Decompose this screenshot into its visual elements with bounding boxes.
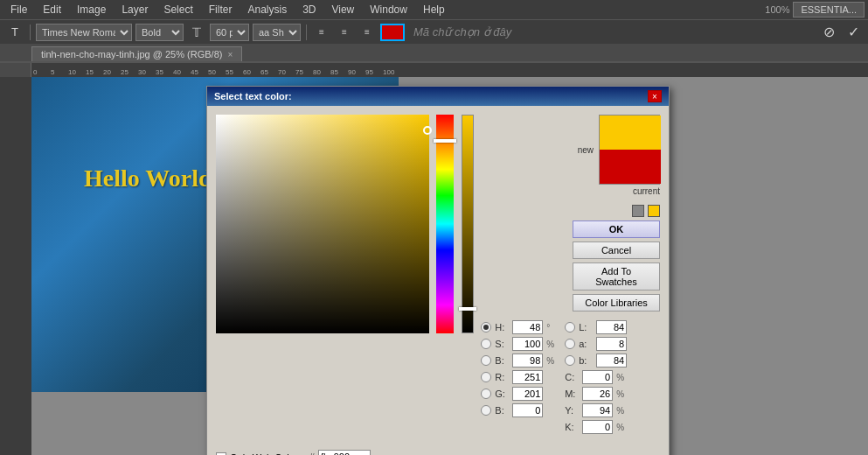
r-input[interactable] <box>512 370 543 384</box>
menu-image[interactable]: Image <box>70 2 113 18</box>
text-color-swatch[interactable] <box>380 24 405 41</box>
svg-text:85: 85 <box>330 68 338 76</box>
font-family-select[interactable]: Times New Roman <box>36 24 132 41</box>
new-color-preview[interactable] <box>600 116 661 150</box>
tabbar: tinh-nen-cho-may-tinh.jpg @ 25% (RGB/8) … <box>0 44 868 63</box>
essential-badge: ESSENTIA... <box>793 2 865 18</box>
current-color-preview[interactable] <box>600 150 661 184</box>
r-radio[interactable] <box>481 372 491 382</box>
b3-input-row: b: <box>565 354 627 368</box>
dialog-close-button[interactable]: × <box>648 90 662 102</box>
menu-help[interactable]: Help <box>416 2 452 18</box>
options-toolbar: T Times New Roman Bold 𝕋 60 pt aa Sharp … <box>0 19 868 44</box>
h-radio[interactable] <box>481 322 491 332</box>
m-label: M: <box>565 388 579 399</box>
font-size-select[interactable]: 60 pt <box>210 24 249 41</box>
b-input[interactable] <box>512 354 543 368</box>
dialog-title: Select text color: <box>214 91 292 102</box>
g-input-row: G: <box>481 387 554 401</box>
menu-select[interactable]: Select <box>156 2 199 18</box>
svg-text:10: 10 <box>68 68 76 76</box>
k-label: K: <box>565 422 579 432</box>
small-swatch-1[interactable] <box>632 205 644 217</box>
r-label: R: <box>495 372 509 382</box>
color-gradient-picker[interactable] <box>216 115 429 333</box>
antialiasing-select[interactable]: aa Sharp <box>253 24 301 41</box>
cancel-text-icon[interactable]: ⊘ <box>819 23 838 42</box>
svg-text:35: 35 <box>156 68 163 76</box>
b2-input[interactable] <box>512 403 543 417</box>
confirm-text-icon[interactable]: ✓ <box>844 23 863 42</box>
s-label: S: <box>495 339 509 349</box>
m-input[interactable] <box>582 387 613 401</box>
color-preview-block <box>599 115 660 185</box>
font-style-select[interactable]: Bold <box>135 24 184 41</box>
h-input[interactable] <box>512 320 543 334</box>
horizontal-ruler: 0 5 10 15 20 25 30 35 40 45 50 55 60 65 … <box>31 63 868 77</box>
menu-analysis[interactable]: Analysis <box>240 2 294 18</box>
color-inputs-area: H: ° S: % <box>481 320 660 434</box>
b-unit: % <box>546 356 554 366</box>
hex-input[interactable] <box>318 450 371 455</box>
y-input-row: Y: % <box>565 403 627 417</box>
menu-file[interactable]: File <box>3 2 34 18</box>
dialog-body: new current <box>207 106 669 443</box>
c-label: C: <box>565 372 579 382</box>
b3-label: b: <box>579 355 593 366</box>
cancel-button[interactable]: Cancel <box>573 242 660 259</box>
svg-text:100: 100 <box>383 68 395 76</box>
m-unit: % <box>616 389 624 399</box>
menu-filter[interactable]: Filter <box>202 2 240 18</box>
y-input[interactable] <box>582 403 613 417</box>
add-to-swatches-button[interactable]: Add To Swatches <box>573 262 660 290</box>
svg-text:15: 15 <box>86 68 94 76</box>
k-input[interactable] <box>582 420 613 434</box>
menu-3d[interactable]: 3D <box>295 2 323 18</box>
l-input[interactable] <box>596 320 627 334</box>
small-swatch-2[interactable] <box>648 205 660 217</box>
menu-view[interactable]: View <box>324 2 361 18</box>
svg-text:5: 5 <box>51 68 55 76</box>
a-radio[interactable] <box>565 339 575 349</box>
m-input-row: M: % <box>565 387 627 401</box>
menu-layer[interactable]: Layer <box>115 2 155 18</box>
y-label: Y: <box>565 405 579 416</box>
svg-text:80: 80 <box>313 68 321 76</box>
c-input[interactable] <box>582 370 613 384</box>
document-tab[interactable]: tinh-nen-cho-may-tinh.jpg @ 25% (RGB/8) … <box>31 46 242 61</box>
tab-label: tinh-nen-cho-may-tinh.jpg @ 25% (RGB/8) <box>41 49 222 60</box>
menu-edit[interactable]: Edit <box>36 2 68 18</box>
hue-slider[interactable] <box>436 115 454 333</box>
text-tool-icon[interactable]: T <box>5 23 24 42</box>
s-input[interactable] <box>512 337 543 351</box>
svg-text:55: 55 <box>226 68 233 76</box>
color-libraries-button[interactable]: Color Libraries <box>573 294 660 312</box>
opacity-cursor <box>459 307 476 311</box>
dialog-titlebar: Select text color: × <box>207 87 669 106</box>
b3-input[interactable] <box>596 354 627 368</box>
b-radio[interactable] <box>481 355 491 366</box>
svg-text:40: 40 <box>173 68 181 76</box>
svg-text:90: 90 <box>348 68 356 76</box>
g-radio[interactable] <box>481 388 491 399</box>
l-radio[interactable] <box>565 322 575 332</box>
c-input-row: C: % <box>565 370 627 384</box>
l-label: L: <box>579 322 593 332</box>
align-center-icon[interactable]: ≡ <box>335 23 354 42</box>
align-left-icon[interactable]: ≡ <box>312 23 331 42</box>
b3-radio[interactable] <box>565 355 575 366</box>
svg-text:65: 65 <box>260 68 268 76</box>
s-unit: % <box>546 340 554 349</box>
a-input[interactable] <box>596 337 627 351</box>
ok-button[interactable]: OK <box>573 220 660 238</box>
s-radio[interactable] <box>481 339 491 349</box>
b2-radio[interactable] <box>481 405 491 416</box>
align-right-icon[interactable]: ≡ <box>358 23 377 42</box>
g-input[interactable] <box>512 387 543 401</box>
a-label: a: <box>579 339 593 349</box>
opacity-slider[interactable] <box>462 115 474 333</box>
tab-close-button[interactable]: × <box>227 50 233 60</box>
text-input-placeholder[interactable]: Mã chữ chọn ở đây <box>408 25 517 38</box>
color-gradient-dark-overlay <box>216 115 429 333</box>
menu-window[interactable]: Window <box>363 2 414 18</box>
